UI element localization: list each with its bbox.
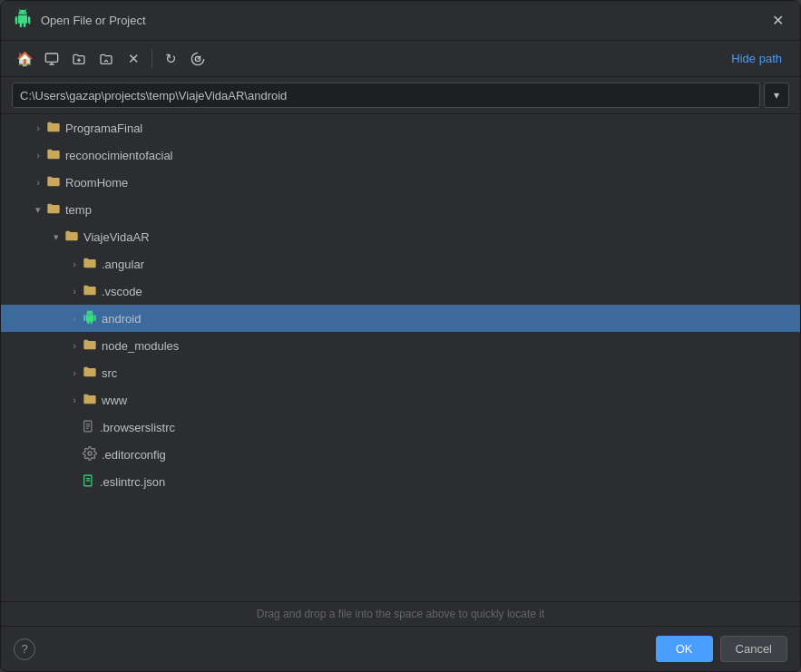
dialog-title: Open File or Project — [41, 14, 758, 27]
chevron-icon: › — [66, 286, 83, 297]
chevron-icon: › — [66, 394, 83, 405]
folder-icon — [83, 284, 97, 299]
new-folder-button[interactable] — [66, 46, 92, 72]
tree-item-label: temp — [65, 203, 92, 217]
tree-item-label: reconocimientofacial — [65, 149, 173, 162]
folder-icon — [46, 121, 61, 136]
tree-item-label: www — [102, 394, 127, 407]
tree-item[interactable]: ›src — [1, 359, 800, 386]
path-dropdown-button[interactable]: ▾ — [764, 83, 789, 108]
cancel-button[interactable]: Cancel — [720, 636, 787, 662]
chevron-icon: › — [30, 122, 46, 133]
tree-item[interactable]: ›ProgramaFinal — [1, 114, 800, 141]
android-folder-icon — [83, 310, 97, 327]
toolbar: 🏠 ✕ ↻ Hide path — [1, 41, 800, 77]
file-tree[interactable]: ›ProgramaFinal›reconocimientofacial›Room… — [1, 114, 800, 601]
footer: ? OK Cancel — [1, 626, 800, 671]
chevron-icon: › — [66, 258, 83, 269]
footer-actions: OK Cancel — [656, 636, 787, 662]
chevron-icon: ▾ — [48, 231, 64, 243]
tree-item-label: ViajeVidaAR — [83, 230, 150, 244]
path-bar: ▾ — [1, 77, 800, 114]
tree-item[interactable]: .editorconfig — [1, 441, 800, 468]
folder-icon — [64, 229, 79, 245]
tree-item[interactable]: ›RoomHome — [1, 169, 800, 196]
desktop-button[interactable] — [39, 46, 64, 72]
home-button[interactable]: 🏠 — [12, 46, 37, 72]
tree-item-label: .eslintrc.json — [100, 475, 165, 489]
tree-item-label: src — [102, 366, 117, 380]
tealink-icon — [83, 473, 95, 491]
ok-button[interactable]: OK — [656, 636, 713, 662]
tree-item[interactable]: .eslintrc.json — [1, 468, 800, 495]
tree-item[interactable]: ›www — [1, 386, 800, 414]
svg-point-8 — [88, 452, 92, 455]
folder-icon — [83, 365, 97, 381]
chevron-icon: › — [66, 367, 83, 378]
gear-icon — [83, 446, 97, 463]
chevron-icon: › — [30, 177, 46, 188]
tree-item-label: .angular — [102, 258, 144, 271]
tree-item-label: .editorconfig — [102, 448, 166, 462]
tree-item-label: android — [102, 312, 141, 326]
tree-item[interactable]: ▾ViajeVidaAR — [1, 223, 800, 250]
open-file-dialog: Open File or Project ✕ 🏠 ✕ ↻ Hide path ▾… — [0, 0, 801, 672]
tree-item[interactable]: › android — [1, 305, 800, 332]
chevron-icon: › — [66, 313, 83, 324]
android-title-icon — [14, 9, 32, 32]
tree-item[interactable]: .browserslistrc — [1, 414, 800, 441]
refresh-button[interactable]: ↻ — [158, 46, 183, 72]
hide-path-button[interactable]: Hide path — [724, 48, 789, 69]
tree-item-label: .browserslistrc — [100, 421, 175, 434]
folder-icon — [46, 175, 61, 190]
help-button[interactable]: ? — [14, 638, 35, 660]
tree-item[interactable]: ›reconocimientofacial — [1, 141, 800, 169]
delete-button[interactable]: ✕ — [121, 46, 146, 72]
tree-item-label: .vscode — [102, 285, 142, 298]
tree-item[interactable]: ›node_modules — [1, 332, 800, 359]
title-bar: Open File or Project ✕ — [1, 1, 800, 41]
folder-icon — [46, 148, 61, 163]
file-lines-icon — [83, 419, 95, 436]
tree-item[interactable]: ›.vscode — [1, 278, 800, 305]
folder-icon — [83, 338, 97, 354]
open-folder-button[interactable] — [93, 46, 119, 72]
close-button[interactable]: ✕ — [767, 11, 787, 31]
drag-hint: Drag and drop a file into the space abov… — [1, 601, 800, 626]
tree-item-label: node_modules — [102, 339, 179, 353]
chevron-icon: › — [30, 150, 46, 161]
toolbar-separator — [151, 50, 152, 68]
bookmark-button[interactable] — [185, 46, 210, 72]
folder-icon — [83, 257, 97, 272]
svg-rect-0 — [45, 54, 57, 62]
tree-item[interactable]: ›.angular — [1, 250, 800, 278]
path-input[interactable] — [12, 83, 760, 108]
folder-icon — [46, 202, 61, 218]
tree-item-label: RoomHome — [65, 176, 128, 190]
chevron-icon: ▾ — [30, 204, 46, 216]
chevron-icon: › — [66, 340, 83, 351]
folder-icon — [83, 393, 97, 408]
tree-item[interactable]: ▾temp — [1, 196, 800, 223]
tree-item-label: ProgramaFinal — [65, 122, 142, 135]
